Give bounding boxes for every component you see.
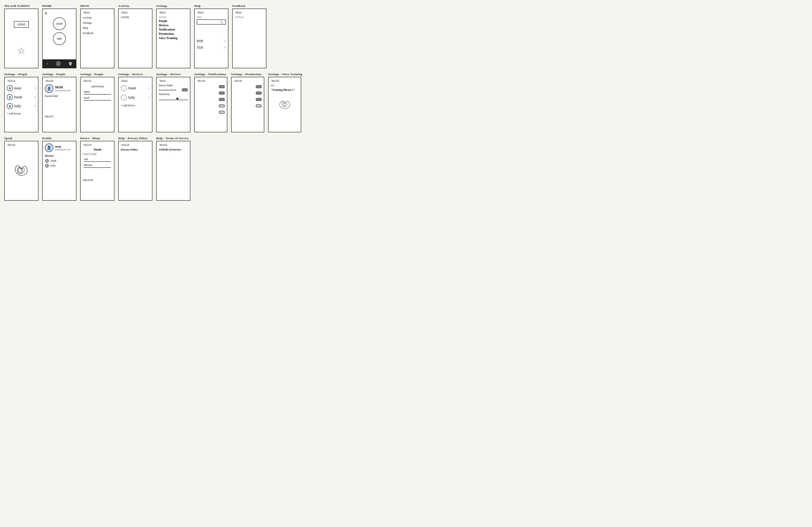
dm-age-field[interactable]: Age <box>84 158 111 162</box>
help-back[interactable]: <Back <box>197 11 226 14</box>
sensitivity-slider[interactable] <box>159 97 188 100</box>
hp-sub: Privacy Policy <box>121 148 150 151</box>
sn-back[interactable]: <BACK <box>197 79 225 83</box>
mic-button[interactable] <box>56 61 61 66</box>
sv-back[interactable]: <BACK <box>271 79 299 83</box>
sd2-back[interactable]: <Back <box>159 79 188 83</box>
device-sally[interactable]: ··· Sally > <box>121 94 150 101</box>
notif-toggle-btn-3[interactable] <box>219 98 225 101</box>
person-jonah[interactable]: 👤 Jonah > <box>7 94 36 100</box>
menu-screen: <Back Activity Settings Help Feedback <box>80 9 114 68</box>
help-line3 <box>198 32 225 33</box>
activity-line6 <box>122 37 149 39</box>
notif-toggle-btn-2[interactable] <box>219 91 225 94</box>
settings-people-list-wrapper: Settings - People <BACK 👤 mom > 👤 Jonah … <box>4 73 39 132</box>
person-mom[interactable]: 👤 mom > <box>7 85 36 91</box>
sp2-back[interactable]: <BACK <box>45 79 74 83</box>
notif-toggle-btn-1[interactable] <box>219 85 225 88</box>
perm-toggle-btn-3[interactable] <box>256 98 262 101</box>
sp3-back[interactable]: <BACK <box>83 79 112 83</box>
ht-back[interactable]: <BACK <box>159 144 188 147</box>
profile-email: mom@gmail.com <box>55 148 70 151</box>
personalize-toggle[interactable] <box>182 88 188 91</box>
devices-list: ··· Jonah > ··· Sally > + Add Device <box>121 84 150 107</box>
activity-line7 <box>122 40 149 41</box>
settings-back[interactable]: <Back <box>159 11 188 14</box>
slider-handle <box>176 98 178 100</box>
add-device-btn[interactable]: + Add Device <box>121 104 150 107</box>
settings-voice[interactable]: Voice Training <box>159 36 188 40</box>
ghost-icon[interactable]: 👻 <box>69 62 72 65</box>
dm-child-name: Child NAME <box>83 152 112 156</box>
mom-avatar: 👤 <box>7 85 13 91</box>
help-search-input[interactable] <box>199 21 220 23</box>
settings-people-detail-title: Settings - People <box>42 73 76 76</box>
sp-perms-back[interactable]: <BACK <box>234 79 262 83</box>
settings-voice-title: Settings - Voice Training <box>268 73 303 76</box>
settings-sub: Settings <box>159 16 188 18</box>
activity-back[interactable]: <Back <box>121 11 150 14</box>
settings-people[interactable]: People <box>159 19 188 23</box>
mom-profile-row: 👤 MOM mom@gmail.com <box>45 84 74 93</box>
sally-avatar[interactable]: Sally <box>53 32 66 45</box>
delete-btn[interactable]: DELET <box>45 115 74 118</box>
email-field[interactable]: email <box>84 96 111 101</box>
speak-scribble-container <box>7 148 36 191</box>
hp-line4 <box>122 163 149 165</box>
help-search-box[interactable]: 🔍 <box>197 19 226 25</box>
dm-delete-btn[interactable]: DELETE <box>83 178 112 182</box>
feedback-screen: <Back Feedback <box>232 9 266 68</box>
sensitivity-label: Sensitivity <box>159 93 188 96</box>
feedback-sub: Feedback <box>235 16 264 18</box>
add-person-btn[interactable]: + Add Person <box>7 112 36 115</box>
perm-toggle-btn-4[interactable] <box>256 104 262 107</box>
speak-screen: <BACK <box>4 141 39 201</box>
profile-jonah[interactable]: 🔘 Jonah <box>45 159 74 163</box>
dm-interests-field[interactable]: Interests <box>84 163 111 168</box>
home-screen-wrapper: HOME ≡ Jonah Sally ↑ 👻 <box>42 4 76 68</box>
menu-screen-wrapper: MENU <Back Activity Settings Help Feedba… <box>80 4 114 68</box>
mom-email: mom@gmail.com <box>55 89 70 91</box>
hamburger-icon[interactable]: ≡ <box>45 11 74 16</box>
activity-line2 <box>122 24 149 26</box>
menu-item-settings[interactable]: Settings <box>83 21 112 25</box>
feedback-line1 <box>236 19 263 21</box>
settings-notifications[interactable]: Notifications <box>159 28 188 31</box>
upload-icon[interactable]: ↑ <box>46 62 48 65</box>
person-sally[interactable]: 👤 Sally > <box>7 103 36 109</box>
perm-toggle-3 <box>234 98 262 101</box>
speak-back[interactable]: <BACK <box>7 144 36 147</box>
help-line1 <box>198 26 225 28</box>
feedback-back[interactable]: <Back <box>235 11 264 14</box>
profile-sally[interactable]: 🔘 Sally <box>45 164 74 168</box>
notif-toggle-btn-5[interactable] <box>219 111 225 114</box>
feedback-line3 <box>236 26 263 27</box>
training-phrase: "Training Phrase 1" <box>271 88 299 91</box>
menu-item-activity[interactable]: Activity <box>83 16 112 19</box>
perm-toggle-btn-1[interactable] <box>256 85 262 88</box>
notif-toggles <box>197 84 225 115</box>
jonah-avatar[interactable]: Jonah <box>53 17 66 30</box>
settings-notif-screen: <BACK <box>194 77 227 132</box>
menu-item-help[interactable]: Help <box>83 26 112 30</box>
sp-back[interactable]: <BACK <box>7 79 36 83</box>
settings-perms-wrapper: Settings - Permissions <BACK <box>231 73 264 132</box>
dm-back[interactable]: <BACK <box>83 144 112 147</box>
menu-item-feedback[interactable]: Feedback <box>83 31 112 35</box>
device-jonah[interactable]: ··· Jonah > <box>121 85 150 91</box>
settings-permissions[interactable]: Permissions <box>159 32 188 36</box>
menu-back[interactable]: <Back <box>83 11 112 14</box>
speak-title: Speak <box>4 136 39 140</box>
sally-avatar-sm: 👤 <box>7 103 13 109</box>
name-field[interactable]: Name <box>84 90 111 94</box>
notif-toggle-btn-4[interactable] <box>219 104 225 107</box>
help-tos[interactable]: TOS > <box>197 46 226 49</box>
settings-devices[interactable]: Devices <box>159 24 188 27</box>
perm-line4 <box>234 105 255 107</box>
ht-line7 <box>160 173 187 175</box>
help-pop[interactable]: POP > <box>197 39 226 43</box>
perm-toggle-btn-2[interactable] <box>256 91 262 94</box>
sd-back[interactable]: <Back <box>121 79 150 83</box>
help-privacy-screen: <BACK Privacy Policy <box>118 141 153 201</box>
hp-back[interactable]: <BACK <box>121 144 150 147</box>
